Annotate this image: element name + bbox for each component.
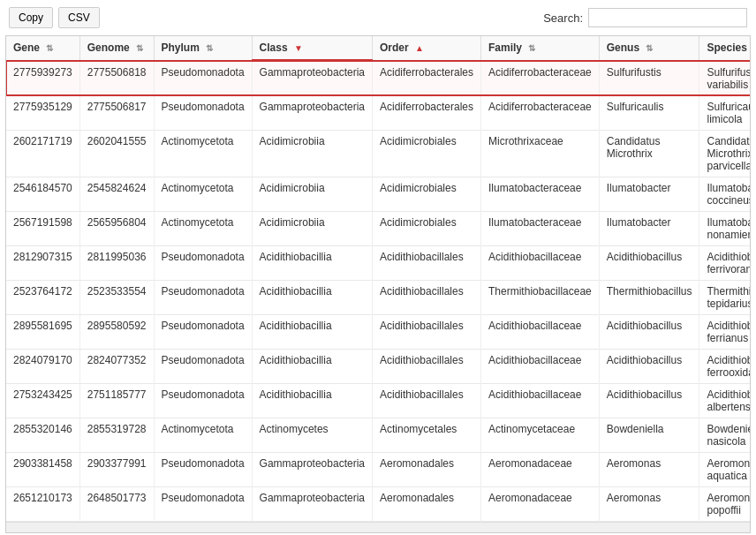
cell-species: Thermithiobacillus tepidarius	[699, 280, 751, 314]
table-row[interactable]: 26021717192602041555ActinomycetotaAcidim…	[6, 130, 751, 177]
table-row[interactable]: 29033814582903377991PseudomonadotaGammap…	[6, 452, 751, 486]
cell-phylum: Pseudomonadota	[154, 349, 252, 383]
header-row: Gene ⇅ Genome ⇅ Phylum ⇅ Class ▼ Order ▲…	[6, 36, 751, 61]
cell-gene: 2775939273	[6, 61, 79, 96]
col-class[interactable]: Class ▼	[252, 36, 372, 61]
data-table: Gene ⇅ Genome ⇅ Phylum ⇅ Class ▼ Order ▲…	[6, 36, 751, 522]
cell-phylum: Actinomycetota	[154, 211, 252, 245]
table-row[interactable]: 25237641722523533554PseudomonadotaAcidit…	[6, 280, 751, 314]
cell-family: Acidithiobacillaceae	[481, 349, 600, 383]
cell-order: Actinomycetales	[372, 418, 480, 452]
cell-class: Gammaproteobacteria	[252, 95, 372, 130]
cell-phylum: Actinomycetota	[154, 130, 252, 177]
sort-icon-order: ▲	[415, 43, 424, 53]
cell-genus: Aeromonas	[599, 452, 699, 486]
cell-species: Sulfurifustis variabilis	[699, 61, 751, 96]
cell-phylum: Actinomycetota	[154, 418, 252, 452]
cell-order: Aeromonadales	[372, 486, 480, 521]
toolbar: Copy CSV Search:	[0, 0, 756, 35]
table-row[interactable]: 27759351292775506817PseudomonadotaGammap…	[6, 95, 751, 130]
cell-phylum: Pseudomonadota	[154, 452, 252, 486]
cell-species: Acidithiobacillus ferrianus	[699, 314, 751, 349]
cell-species: Sulfuricaulis limicola	[699, 95, 751, 130]
cell-genome: 2775506817	[79, 95, 154, 130]
cell-family: Actinomycetaceae	[481, 418, 600, 452]
search-input[interactable]	[588, 8, 747, 27]
cell-class: Gammaproteobacteria	[252, 61, 372, 96]
cell-genome: 2775506818	[79, 61, 154, 96]
cell-gene: 2523764172	[6, 280, 79, 314]
table-row[interactable]: 26512101732648501773PseudomonadotaGammap…	[6, 486, 751, 521]
cell-genus: Thermithiobacillus	[599, 280, 699, 314]
col-species[interactable]: Species ⇅	[699, 36, 751, 61]
cell-genus: Aeromonas	[599, 486, 699, 521]
col-order[interactable]: Order ▲	[372, 36, 480, 61]
cell-order: Aeromonadales	[372, 452, 480, 486]
cell-genome: 2824077352	[79, 349, 154, 383]
search-area: Search:	[543, 8, 747, 27]
cell-class: Acidimicrobiia	[252, 177, 372, 211]
cell-genome: 2855319728	[79, 418, 154, 452]
cell-family: Acidiferrobacteraceae	[481, 61, 600, 96]
cell-order: Acidiferrobacterales	[372, 95, 480, 130]
copy-button[interactable]: Copy	[9, 7, 53, 28]
col-gene[interactable]: Gene ⇅	[6, 36, 79, 61]
table-row[interactable]: 27759392732775506818PseudomonadotaGammap…	[6, 61, 751, 96]
cell-class: Acidithiobacillia	[252, 314, 372, 349]
cell-genus: Bowdeniella	[599, 418, 699, 452]
table-row[interactable]: 25671915982565956804ActinomycetotaAcidim…	[6, 211, 751, 245]
csv-button[interactable]: CSV	[58, 7, 100, 28]
horizontal-scrollbar[interactable]	[6, 522, 750, 532]
cell-gene: 2824079170	[6, 349, 79, 383]
cell-genus: Sulfurifustis	[599, 61, 699, 96]
cell-class: Acidithiobacillia	[252, 349, 372, 383]
cell-family: Microthrixaceae	[481, 130, 600, 177]
cell-genome: 2602041555	[79, 130, 154, 177]
col-phylum[interactable]: Phylum ⇅	[154, 36, 252, 61]
table-row[interactable]: 27532434252751185777PseudomonadotaAcidit…	[6, 383, 751, 418]
cell-gene: 2602171719	[6, 130, 79, 177]
cell-phylum: Pseudomonadota	[154, 486, 252, 521]
col-genome[interactable]: Genome ⇅	[79, 36, 154, 61]
cell-class: Gammaproteobacteria	[252, 486, 372, 521]
cell-order: Acidithiobacillales	[372, 245, 480, 280]
cell-order: Acidithiobacillales	[372, 280, 480, 314]
cell-species: Acidithiobacillus ferrooxidans	[699, 349, 751, 383]
cell-order: Acidimicrobiales	[372, 177, 480, 211]
search-label: Search:	[543, 11, 583, 25]
cell-family: Ilumatobacteraceae	[481, 211, 600, 245]
table-row[interactable]: 28955816952895580592PseudomonadotaAcidit…	[6, 314, 751, 349]
cell-family: Thermithiobacillaceae	[481, 280, 600, 314]
cell-gene: 2546184570	[6, 177, 79, 211]
table-row[interactable]: 28129073152811995036PseudomonadotaAcidit…	[6, 245, 751, 280]
cell-species: Ilumatobacter nonamiensis	[699, 211, 751, 245]
cell-gene: 2812907315	[6, 245, 79, 280]
cell-species: Aeromonas popoffii	[699, 486, 751, 521]
cell-order: Acidimicrobiales	[372, 130, 480, 177]
cell-order: Acidiferrobacterales	[372, 61, 480, 96]
sort-icon-class: ▼	[294, 43, 303, 53]
cell-genome: 2903377991	[79, 452, 154, 486]
cell-class: Acidimicrobiia	[252, 130, 372, 177]
cell-class: Acidithiobacillia	[252, 245, 372, 280]
cell-phylum: Pseudomonadota	[154, 280, 252, 314]
cell-gene: 2903381458	[6, 452, 79, 486]
cell-genus: Sulfuricaulis	[599, 95, 699, 130]
col-genus[interactable]: Genus ⇅	[599, 36, 699, 61]
cell-species: Acidithiobacillus ferrivorans	[699, 245, 751, 280]
table-row[interactable]: 25461845702545824624ActinomycetotaAcidim…	[6, 177, 751, 211]
cell-genome: 2545824624	[79, 177, 154, 211]
table-header: Gene ⇅ Genome ⇅ Phylum ⇅ Class ▼ Order ▲…	[6, 36, 751, 61]
table-row[interactable]: 28240791702824077352PseudomonadotaAcidit…	[6, 349, 751, 383]
cell-gene: 2895581695	[6, 314, 79, 349]
table-row[interactable]: 28553201462855319728ActinomycetotaActino…	[6, 418, 751, 452]
cell-phylum: Pseudomonadota	[154, 95, 252, 130]
cell-family: Acidithiobacillaceae	[481, 245, 600, 280]
col-family[interactable]: Family ⇅	[481, 36, 600, 61]
data-table-container: Gene ⇅ Genome ⇅ Phylum ⇅ Class ▼ Order ▲…	[5, 35, 751, 533]
cell-gene: 2651210173	[6, 486, 79, 521]
cell-family: Ilumatobacteraceae	[481, 177, 600, 211]
cell-phylum: Actinomycetota	[154, 177, 252, 211]
cell-species: Candidatus Microthrix parvicella	[699, 130, 751, 177]
cell-family: Acidithiobacillaceae	[481, 314, 600, 349]
